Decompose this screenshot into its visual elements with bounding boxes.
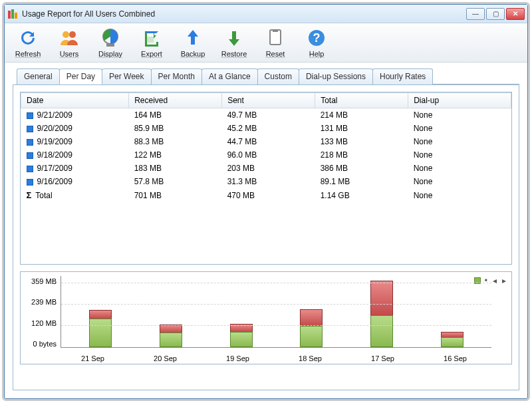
x-tick: 21 Sep: [81, 354, 104, 362]
table-row[interactable]: 9/21/2009164 MB49.7 MB214 MBNone: [21, 108, 511, 122]
toolbar-label: Display: [98, 50, 122, 58]
app-icon: [7, 9, 18, 19]
toolbar-label: Users: [60, 50, 79, 58]
bar-received: [89, 319, 112, 347]
close-button[interactable]: ✕: [506, 8, 525, 20]
app-window: Usage Report for All Users Combined — ▢ …: [4, 4, 528, 399]
backup-icon: [182, 27, 203, 49]
toolbar-label: Backup: [181, 50, 205, 58]
x-tick: 20 Sep: [154, 354, 177, 362]
reset-button[interactable]: Reset: [257, 26, 293, 59]
y-tick: 239 MB: [25, 298, 57, 306]
chart-plot: [61, 276, 491, 348]
chart-bar: [370, 281, 393, 347]
chart-next-icon[interactable]: ▸: [501, 276, 507, 285]
svg-point-3: [63, 31, 69, 38]
maximize-button[interactable]: ▢: [486, 8, 505, 20]
backup-button[interactable]: Backup: [175, 26, 211, 59]
toolbar-label: Export: [141, 50, 162, 58]
table-row[interactable]: 9/20/200985.9 MB45.2 MB131 MBNone: [21, 122, 511, 135]
tab-custom[interactable]: Custom: [257, 68, 299, 84]
help-icon: ?: [306, 27, 327, 49]
refresh-button[interactable]: Refresh: [10, 26, 46, 59]
chart-bar: [441, 332, 464, 347]
bar-sent: [370, 281, 393, 316]
svg-rect-8: [270, 30, 281, 45]
tab-per-week[interactable]: Per Week: [102, 68, 151, 84]
restore-button[interactable]: Restore: [216, 26, 252, 59]
display-icon: [100, 27, 121, 49]
svg-point-4: [69, 31, 76, 38]
users-icon: [59, 27, 80, 49]
bar-sent: [89, 310, 112, 319]
table-row[interactable]: 9/18/2009122 MB96.0 MB218 MBNone: [21, 148, 511, 162]
export-button[interactable]: Export: [134, 26, 170, 59]
chart-y-axis: 359 MB239 MB120 MB0 bytes: [25, 276, 61, 360]
tab-strip: GeneralPer DayPer WeekPer MonthAt a Glan…: [17, 68, 519, 84]
usage-table-container: DateReceivedSentTotalDial-up 9/21/200916…: [20, 92, 512, 265]
row-icon: [27, 179, 33, 186]
bar-received: [160, 333, 182, 347]
x-tick: 18 Sep: [299, 354, 322, 362]
display-button[interactable]: Display: [92, 26, 128, 59]
column-header[interactable]: Total: [315, 93, 408, 108]
titlebar: Usage Report for All Users Combined — ▢ …: [5, 5, 527, 23]
tab-per-month[interactable]: Per Month: [151, 68, 202, 84]
column-header[interactable]: Date: [21, 93, 129, 108]
bar-received: [441, 337, 464, 347]
toolbar-label: Help: [309, 50, 325, 58]
column-header[interactable]: Sent: [222, 93, 315, 108]
row-icon: [27, 139, 33, 146]
x-tick: 19 Sep: [226, 354, 249, 362]
toolbar-label: Refresh: [15, 50, 41, 58]
row-icon: [27, 126, 33, 132]
tab-panel: DateReceivedSentTotalDial-up 9/21/200916…: [13, 84, 519, 390]
export-icon: [141, 27, 162, 49]
sigma-icon: Σ: [27, 190, 32, 200]
y-tick: 359 MB: [25, 277, 57, 285]
toolbar: RefreshUsersDisplayExportBackupRestoreRe…: [5, 23, 527, 63]
svg-rect-6: [106, 44, 114, 47]
tab-per-day[interactable]: Per Day: [59, 68, 102, 84]
toolbar-label: Reset: [266, 50, 285, 58]
minimize-button[interactable]: —: [466, 8, 485, 20]
bar-sent: [300, 309, 323, 326]
tab-dialup[interactable]: Dial-up Sessions: [299, 68, 373, 84]
svg-rect-0: [8, 11, 11, 19]
svg-rect-1: [11, 9, 14, 19]
users-button[interactable]: Users: [51, 26, 87, 59]
window-title: Usage Report for All Users Combined: [22, 9, 466, 19]
tab-at-a-glance[interactable]: At a Glance: [201, 68, 258, 84]
x-tick: 16 Sep: [444, 354, 467, 362]
tab-general[interactable]: General: [17, 68, 60, 84]
help-button[interactable]: ?Help: [299, 26, 334, 59]
bar-received: [370, 315, 393, 347]
svg-rect-2: [15, 13, 17, 19]
x-tick: 17 Sep: [371, 354, 394, 362]
chart-prev-icon[interactable]: ◂: [491, 276, 498, 285]
reset-icon: [265, 27, 286, 49]
table-total-row[interactable]: ΣTotal701 MB470 MB1.14 GBNone: [21, 188, 511, 202]
chart-x-labels: 21 Sep20 Sep19 Sep18 Sep17 Sep16 Sep: [57, 354, 491, 362]
y-tick: 120 MB: [25, 319, 57, 327]
chart-bar: [89, 310, 112, 347]
table-row[interactable]: 9/19/200988.3 MB44.7 MB133 MBNone: [21, 135, 511, 148]
chart-bar: [160, 325, 182, 347]
column-header[interactable]: Dial-up: [408, 93, 511, 108]
tab-hourly[interactable]: Hourly Rates: [372, 68, 433, 84]
column-header[interactable]: Received: [129, 93, 222, 108]
row-icon: [27, 152, 33, 159]
bar-received: [230, 332, 253, 347]
toolbar-label: Restore: [221, 50, 247, 58]
y-tick: 0 bytes: [25, 340, 57, 348]
svg-rect-7: [147, 37, 154, 43]
bar-received: [300, 326, 323, 347]
table-row[interactable]: 9/16/200957.8 MB31.3 MB89.1 MBNone: [21, 175, 511, 188]
bar-sent: [441, 332, 464, 337]
refresh-icon: [17, 27, 39, 49]
row-icon: [27, 112, 33, 119]
table-row[interactable]: 9/17/2009183 MB203 MB386 MBNone: [21, 162, 511, 175]
usage-table: DateReceivedSentTotalDial-up 9/21/200916…: [21, 92, 511, 202]
row-icon: [27, 166, 33, 172]
chart-bar: [230, 324, 253, 347]
